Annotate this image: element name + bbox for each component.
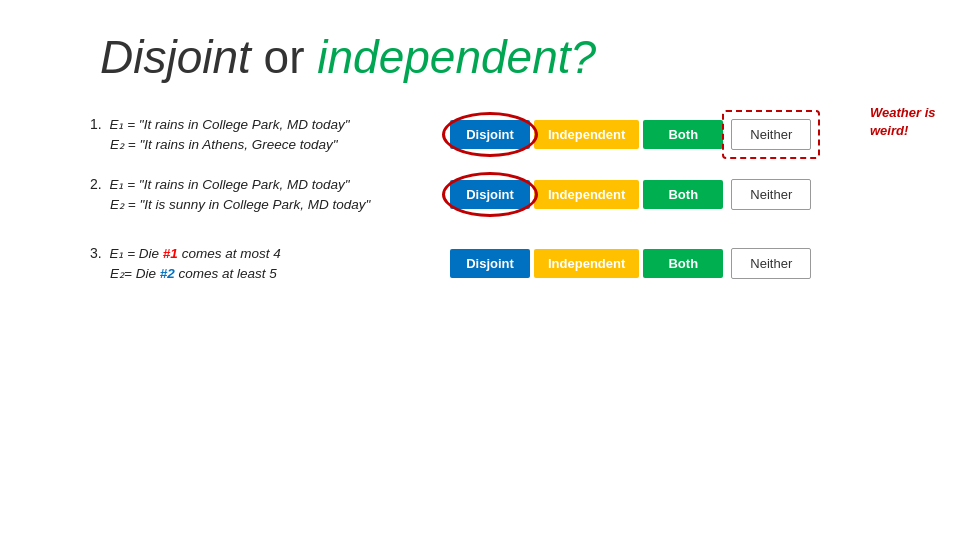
row-3-both-button[interactable]: Both [643,249,723,278]
row-2-disjoint-button[interactable]: Disjoint [450,180,530,209]
row-2: 2. E₁ = "It rains in College Park, MD to… [90,174,920,216]
row-1-both-button[interactable]: Both [643,120,723,149]
row-2-e2: E₂ = "It is sunny in College Park, MD to… [110,197,370,212]
row-1-neither-wrap: Neither [731,119,811,150]
row-1: 1. E₁ = "It rains in College Park, MD to… [90,114,920,156]
row-1-disjoint-wrap: Disjoint [450,120,530,149]
row-3-neither-button[interactable]: Neither [731,248,811,279]
content-area: 1. E₁ = "It rains in College Park, MD to… [60,114,920,303]
row-1-neither-button[interactable]: Neither [731,119,811,150]
title-or: or [264,31,318,83]
row-1-independent-button[interactable]: Independent [534,120,639,149]
row-3-disjoint-button[interactable]: Disjoint [450,249,530,278]
row-3: 3. E₁ = Die #1 comes at most 4 E₂= Die #… [90,243,920,285]
weather-callout: Weather is weird! [870,104,950,140]
row-1-disjoint-button[interactable]: Disjoint [450,120,530,149]
row-3-e1: E₁ = Die #1 comes at most 4 [109,246,280,261]
row-2-independent-button[interactable]: Independent [534,180,639,209]
title-disjoint: Disjoint [100,31,251,83]
slide-title: Disjoint or independent? [100,30,920,84]
row-3-text: 3. E₁ = Die #1 comes at most 4 E₂= Die #… [90,243,450,285]
row-2-e1: E₁ = "It rains in College Park, MD today… [109,177,349,192]
row-2-text: 2. E₁ = "It rains in College Park, MD to… [90,174,450,216]
row-2-neither-button[interactable]: Neither [731,179,811,210]
row-3-independent-button[interactable]: Independent [534,249,639,278]
title-independent: independent? [317,31,596,83]
row-1-text: 1. E₁ = "It rains in College Park, MD to… [90,114,450,156]
row-1-buttons: Disjoint Independent Both Neither [450,119,811,150]
row-2-disjoint-wrap: Disjoint [450,180,530,209]
row-3-buttons: Disjoint Independent Both Neither [450,248,811,279]
row-2-buttons: Disjoint Independent Both Neither [450,179,811,210]
row-1-e2: E₂ = "It rains in Athens, Greece today" [110,137,338,152]
slide: Disjoint or independent? 1. E₁ = "It rai… [0,0,960,540]
row-3-e2: E₂= Die #2 comes at least 5 [110,266,277,281]
row-1-e1: E₁ = "It rains in College Park, MD today… [109,117,349,132]
row-2-both-button[interactable]: Both [643,180,723,209]
